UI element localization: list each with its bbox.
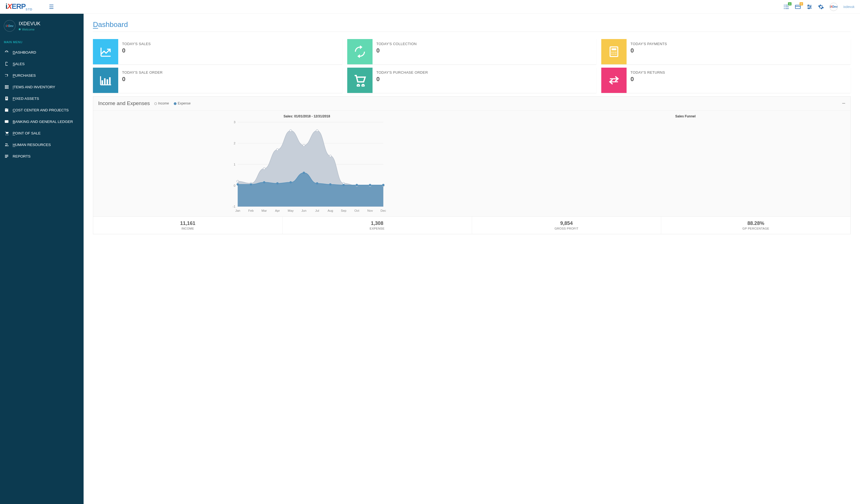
stat-income: 11,161INCOME (93, 217, 282, 234)
svg-text:Oct: Oct (354, 209, 359, 212)
sidebar-item-dashboard[interactable]: DASHBOARD (0, 46, 84, 58)
legend-expense[interactable]: Expense (177, 101, 190, 105)
legend-income[interactable]: Income (158, 101, 169, 105)
stat-card-today-s-returns[interactable]: TODAY'S RETURNS0 (601, 68, 851, 93)
svg-rect-4 (786, 6, 789, 7)
menu-toggle-icon[interactable]: ☰ (49, 3, 54, 10)
svg-point-60 (237, 181, 239, 182)
user-avatar[interactable]: iXDev (830, 3, 838, 11)
svg-point-82 (369, 184, 371, 186)
card-label: TODAY'S RETURNS (630, 70, 665, 74)
svg-text:Dec: Dec (381, 209, 386, 212)
svg-text:3: 3 (234, 120, 235, 124)
svg-point-79 (329, 183, 331, 185)
sidebar-item-reports[interactable]: REPORTS (0, 150, 84, 162)
sliders-icon[interactable] (806, 4, 813, 10)
svg-point-39 (613, 52, 615, 53)
purchases-icon (4, 73, 9, 77)
username-label[interactable]: ixdevuk (843, 5, 855, 9)
svg-point-43 (615, 54, 616, 55)
svg-point-78 (316, 182, 318, 184)
svg-rect-31 (5, 155, 8, 155)
stat-card-today-s-purchase-order[interactable]: TODAY'S PURCHASE ORDER0 (347, 68, 597, 93)
sidebar-item-label: ITEMS AND INVENTORY (13, 85, 55, 89)
svg-rect-19 (8, 87, 8, 87)
svg-point-81 (356, 184, 358, 186)
stat-value: 88.28% (663, 220, 848, 226)
sidebar-item-label: PURCHASES (13, 73, 36, 77)
svg-rect-24 (6, 97, 7, 97)
svg-text:Apr: Apr (275, 209, 280, 212)
sidebar-item-point-of-sale[interactable]: POINT OF SALE (0, 127, 84, 139)
card-label: TODAY'S PAYMENTS (630, 42, 667, 46)
exchange-icon (601, 68, 627, 93)
svg-text:Jul: Jul (315, 209, 319, 212)
tasks-icon[interactable]: 1 (783, 4, 789, 10)
card-label: TODAY'S SALES (122, 42, 150, 46)
svg-rect-1 (784, 6, 785, 7)
company-name: IXDEVUK (19, 21, 40, 27)
sidebar-header: iXDev IXDEVUK Welcome (0, 18, 84, 37)
sidebar-item-sales[interactable]: SALES (0, 58, 84, 70)
card-value: 0 (376, 76, 428, 83)
stat-card-today-s-sales[interactable]: TODAY'S SALES0 (93, 39, 342, 64)
sidebar-item-items-and-inventory[interactable]: ITEMS AND INVENTORY (0, 81, 84, 93)
svg-text:2: 2 (234, 142, 235, 145)
cost-icon (4, 108, 9, 112)
stat-value: 1,308 (285, 220, 470, 226)
sidebar: iXDev IXDEVUK Welcome MAIN MENU DASHBOAR… (0, 14, 84, 504)
svg-rect-33 (5, 157, 7, 158)
stat-card-today-s-sale-order[interactable]: TODAY'S SALE ORDER0 (93, 68, 342, 93)
sidebar-item-label: SALES (13, 62, 25, 66)
sidebar-item-fixed-assets[interactable]: FIXED ASSETS (0, 93, 84, 104)
svg-point-65 (303, 144, 305, 146)
panel-header: Income and Expenses Income Expense − (93, 97, 850, 111)
svg-rect-44 (101, 80, 103, 84)
stat-gross-profit: 9,854GROSS PROFIT (472, 217, 661, 234)
svg-point-73 (250, 183, 252, 185)
sidebar-item-cost-center-and-projects[interactable]: COST CENTER AND PROJECTS (0, 104, 84, 116)
svg-point-30 (7, 144, 8, 144)
svg-rect-32 (5, 156, 8, 156)
svg-point-77 (303, 172, 305, 174)
svg-rect-37 (612, 48, 617, 50)
stat-card-today-s-collection[interactable]: TODAY'S COLLECTION0 (347, 39, 597, 64)
svg-text:Aug: Aug (328, 209, 333, 212)
stats-row: 11,161INCOME1,308EXPENSE9,854GROSS PROFI… (93, 216, 850, 234)
stat-expense: 1,308EXPENSE (282, 217, 472, 234)
items-icon (4, 85, 9, 89)
svg-point-11 (808, 5, 809, 6)
svg-text:Jun: Jun (301, 209, 306, 212)
panel-collapse-icon[interactable]: − (842, 102, 845, 105)
svg-point-42 (613, 54, 615, 55)
stat-card-today-s-payments[interactable]: TODAY'S PAYMENTS0 (601, 39, 851, 64)
card-value: 0 (122, 47, 150, 54)
svg-text:Jan: Jan (235, 209, 240, 212)
svg-rect-2 (784, 8, 785, 9)
svg-point-63 (276, 148, 278, 150)
svg-point-40 (615, 52, 616, 53)
topbar: iXERPSTD ☰ 1 0 iXDev ixdevuk (0, 0, 860, 14)
svg-rect-15 (6, 85, 7, 86)
panel-title: Income and Expenses (98, 100, 150, 106)
svg-point-38 (612, 52, 613, 53)
income-expenses-panel: Income and Expenses Income Expense − Sal… (93, 96, 851, 234)
sidebar-item-purchases[interactable]: PURCHASES (0, 70, 84, 81)
svg-rect-0 (784, 5, 785, 5)
stat-label: INCOME (96, 227, 280, 230)
card-label: TODAY'S COLLECTION (376, 42, 417, 46)
banking-icon (4, 119, 9, 124)
sidebar-item-label: DASHBOARD (13, 50, 36, 55)
card-icon[interactable]: 0 (795, 4, 801, 10)
gear-icon[interactable] (818, 4, 824, 10)
svg-text:1: 1 (234, 163, 235, 166)
sidebar-item-human-resources[interactable]: HUMAN RESOURCES (0, 139, 84, 150)
svg-rect-46 (107, 79, 108, 84)
card-value: 0 (376, 47, 417, 54)
svg-text:-1: -1 (233, 205, 235, 208)
stat-value: 11,161 (96, 220, 280, 226)
svg-point-62 (263, 168, 265, 170)
sidebar-item-banking-and-general-ledger[interactable]: BANKING AND GENERAL LEDGER (0, 116, 84, 127)
svg-point-41 (612, 54, 613, 55)
svg-text:0: 0 (234, 184, 235, 187)
